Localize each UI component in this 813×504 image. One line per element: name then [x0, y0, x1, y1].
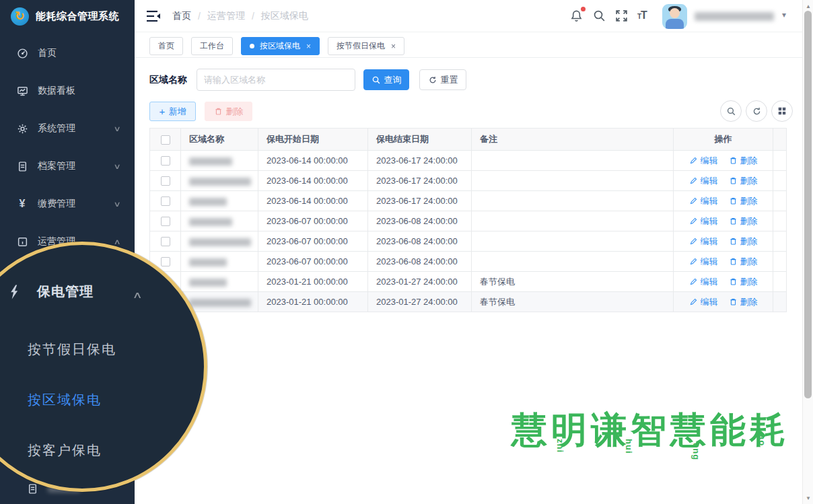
row-checkbox[interactable]	[161, 217, 170, 226]
sidebar-item-label: 缴费管理	[38, 198, 75, 210]
row-checkbox[interactable]	[161, 156, 170, 166]
column-header: 操作	[674, 129, 773, 151]
tab-close-icon[interactable]: ×	[306, 42, 311, 51]
breadcrumb-separator: /	[252, 11, 254, 22]
edit-link[interactable]: 编辑	[689, 155, 718, 167]
sidebar-item-region-protection[interactable]: 按区域保电	[28, 391, 102, 409]
operations-icon	[16, 236, 28, 248]
row-checkbox[interactable]	[161, 176, 170, 186]
tab-按节假日保电[interactable]: 按节假日保电×	[328, 37, 404, 55]
pencil-icon	[689, 277, 698, 286]
sidebar-item-label: 档案管理	[38, 160, 75, 172]
scrollbar-thumb[interactable]	[804, 11, 812, 398]
table-columns-icon[interactable]	[771, 100, 793, 122]
chevron-up-icon: ∧	[132, 289, 142, 300]
scroll-down-icon[interactable]: ▼	[803, 493, 813, 503]
tab-按区域保电[interactable]: 按区域保电×	[241, 37, 320, 55]
power-protection-icon	[6, 284, 22, 300]
table-row: 2023-06-07 00:00:002023-06-08 24:00:00编辑…	[150, 211, 787, 231]
breadcrumb-item[interactable]: 按区域保电	[261, 10, 308, 22]
edit-link[interactable]: 编辑	[689, 215, 718, 227]
sidebar-menu: 首页数据看板系统管理∨档案管理∨¥缴费管理∨运营管理∧	[0, 34, 135, 260]
remark-cell	[472, 252, 674, 272]
search-button[interactable]: 查询	[363, 69, 409, 90]
remark-cell	[472, 231, 674, 252]
bell-icon[interactable]	[569, 9, 584, 24]
table-row: 2023-06-07 00:00:002023-06-08 24:00:00编辑…	[150, 231, 787, 252]
delete-link[interactable]: 删除	[729, 236, 758, 248]
font-size-icon[interactable]: TT	[637, 9, 652, 24]
table-refresh-icon[interactable]	[746, 100, 767, 122]
sidebar-item-数据看板[interactable]: 数据看板	[0, 72, 135, 110]
sidebar-item-系统管理[interactable]: 系统管理∨	[0, 110, 135, 147]
region-name-label: 区域名称	[149, 74, 187, 86]
fullscreen-icon[interactable]	[614, 9, 629, 24]
sidebar-item-customer-protection[interactable]: 按客户保电	[28, 441, 102, 460]
delete-link[interactable]: 删除	[729, 155, 758, 167]
watermark-pinyin: ao	[757, 435, 767, 446]
user-dropdown-caret-icon[interactable]: ▾	[782, 10, 786, 20]
table-row: 2023-01-21 00:00:002023-01-27 24:00:00春节…	[150, 272, 787, 292]
region-name-input[interactable]	[197, 69, 355, 91]
breadcrumb-item[interactable]: 运营管理	[207, 10, 245, 22]
tab-bar: 首页工作台按区域保电×按节假日保电×	[135, 32, 802, 58]
select-all-checkbox[interactable]	[161, 135, 170, 145]
remark-cell	[472, 151, 674, 171]
edit-link[interactable]: 编辑	[689, 276, 718, 288]
end-date-cell: 2023-06-17 24:00:00	[368, 171, 472, 191]
sidebar-item-holiday-protection[interactable]: 按节假日保电	[28, 340, 116, 359]
sidebar-item-label: 首页	[38, 47, 57, 59]
pencil-icon	[689, 217, 698, 225]
trash-icon	[729, 196, 738, 205]
sidebar-item-label: 数据看板	[38, 85, 75, 97]
delete-link[interactable]: 删除	[729, 215, 758, 227]
sidebar-item-首页[interactable]: 首页	[0, 34, 135, 72]
column-header: 保电结束日期	[368, 129, 472, 151]
tab-close-icon[interactable]: ×	[391, 42, 396, 51]
start-date-cell: 2023-06-14 00:00:00	[258, 171, 368, 191]
search-icon[interactable]	[592, 9, 607, 24]
edit-link[interactable]: 编辑	[689, 296, 718, 308]
start-date-cell: 2023-06-07 00:00:00	[258, 252, 368, 272]
row-checkbox[interactable]	[161, 196, 170, 206]
delete-link[interactable]: 删除	[729, 175, 758, 187]
tab-首页[interactable]: 首页	[149, 37, 183, 55]
trash-icon	[729, 217, 738, 225]
breadcrumb-item[interactable]: 首页	[172, 10, 191, 22]
table-search-icon[interactable]	[720, 100, 742, 122]
main-content: 区域名称 查询 重置 + 新增 删除	[135, 58, 802, 504]
pencil-icon	[689, 257, 698, 266]
table-row: 2023-06-07 00:00:002023-06-08 24:00:00编辑…	[150, 252, 787, 272]
end-date-cell: 2023-06-17 24:00:00	[368, 151, 472, 171]
sidebar-item-power-protection[interactable]: 保电管理	[6, 283, 94, 301]
row-checkbox[interactable]	[161, 237, 170, 246]
start-date-cell: 2023-01-21 00:00:00	[258, 272, 368, 292]
reset-button[interactable]: 重置	[419, 69, 466, 90]
delete-link[interactable]: 删除	[729, 276, 758, 288]
delete-button[interactable]: 删除	[205, 102, 252, 121]
sidebar-collapse-icon[interactable]	[145, 9, 162, 24]
add-button[interactable]: + 新增	[149, 102, 196, 121]
remark-cell	[472, 211, 674, 231]
edit-link[interactable]: 编辑	[689, 195, 718, 207]
edit-link[interactable]: 编辑	[689, 175, 718, 187]
sidebar-item-档案管理[interactable]: 档案管理∨	[0, 147, 135, 185]
sidebar-item-缴费管理[interactable]: ¥缴费管理∨	[0, 185, 135, 223]
watermark-pinyin: eng	[691, 443, 701, 460]
tab-label: 按区域保电	[260, 40, 300, 52]
delete-link[interactable]: 删除	[729, 296, 758, 308]
pencil-icon	[689, 176, 698, 185]
app-root: ↻ 能耗综合管理系统 首页数据看板系统管理∨档案管理∨¥缴费管理∨运营管理∧ 首…	[0, 0, 813, 504]
scroll-up-icon[interactable]: ▲	[803, 1, 813, 11]
edit-link[interactable]: 编辑	[689, 236, 718, 248]
avatar[interactable]	[662, 4, 687, 29]
tab-工作台[interactable]: 工作台	[191, 37, 233, 55]
end-date-cell: 2023-01-27 24:00:00	[368, 272, 472, 292]
row-checkbox[interactable]	[161, 257, 170, 266]
column-header: 备注	[472, 129, 674, 151]
delete-link[interactable]: 删除	[729, 195, 758, 207]
chevron-up-icon: ∧	[113, 238, 120, 246]
remark-cell: 春节保电	[472, 292, 674, 312]
edit-link[interactable]: 编辑	[689, 256, 718, 268]
delete-link[interactable]: 删除	[729, 256, 758, 268]
